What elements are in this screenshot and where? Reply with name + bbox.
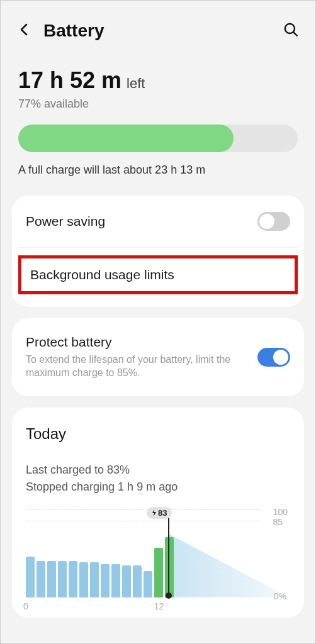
chart-bar <box>111 564 120 597</box>
protect-battery-text: Protect battery To extend the lifespan o… <box>26 335 234 380</box>
chart-bar <box>69 561 77 597</box>
today-title: Today <box>26 425 290 443</box>
chart-bar <box>154 548 163 597</box>
battery-summary: 17 h 52 m left 77% available A full char… <box>12 55 304 196</box>
header-left: Battery <box>17 21 104 41</box>
background-usage-limits-label: Background usage limits <box>30 267 174 282</box>
protect-battery-label: Protect battery <box>26 335 234 350</box>
charge-badge: 83 <box>147 507 172 519</box>
time-value: 17 h 52 m <box>18 67 121 94</box>
time-suffix: left <box>127 75 145 92</box>
chart-bar <box>165 537 174 597</box>
y-label-85: 85 <box>273 517 283 527</box>
chart-bar <box>144 571 152 597</box>
charge-badge-value: 83 <box>158 508 167 518</box>
protect-battery-desc: To extend the lifespan of your battery, … <box>26 353 234 380</box>
x-label-0: 0 <box>23 601 28 611</box>
power-saving-toggle[interactable] <box>257 212 290 231</box>
projection-area <box>169 535 289 597</box>
power-saving-row[interactable]: Power saving <box>12 196 304 247</box>
toggle-knob <box>259 214 274 229</box>
chart-bar <box>58 561 67 597</box>
protect-battery-toggle[interactable] <box>257 348 290 367</box>
y-label-100: 100 <box>273 507 288 517</box>
current-time-line <box>168 517 169 597</box>
battery-progress-fill <box>18 125 234 152</box>
highlight-box: Background usage limits <box>18 255 298 294</box>
back-icon[interactable] <box>17 22 32 40</box>
toggle-knob <box>273 350 288 365</box>
power-saving-label: Power saving <box>26 214 105 229</box>
x-label-12: 12 <box>154 601 164 611</box>
chart-bar <box>37 561 45 597</box>
chart-bar <box>26 557 35 597</box>
protect-card: Protect battery To extend the lifespan o… <box>12 318 304 396</box>
today-card: Today Last charged to 83% Stopped chargi… <box>12 408 304 618</box>
svg-line-1 <box>293 32 296 35</box>
x-axis-labels: 0 12 <box>26 601 290 611</box>
battery-progress-track <box>18 125 298 152</box>
percent-available: 77% available <box>18 97 298 111</box>
power-card: Power saving Background usage limits <box>12 196 304 307</box>
page-title: Battery <box>43 21 104 41</box>
search-icon[interactable] <box>283 21 299 40</box>
header: Battery <box>12 12 304 55</box>
chart-bar <box>101 564 110 597</box>
full-charge-estimate: A full charge will last about 23 h 13 m <box>18 164 298 177</box>
chart-bar <box>133 565 142 597</box>
chart-bar <box>122 565 131 597</box>
last-charged-text: Last charged to 83% <box>26 462 290 479</box>
chart-bar <box>79 562 88 597</box>
chart-bar <box>90 562 99 597</box>
chart-bar <box>47 561 56 597</box>
stopped-charging-text: Stopped charging 1 h 9 m ago <box>26 479 290 496</box>
background-usage-limits-row[interactable]: Background usage limits <box>12 248 304 307</box>
today-info: Last charged to 83% Stopped charging 1 h… <box>26 462 290 496</box>
time-remaining: 17 h 52 m left <box>18 67 298 94</box>
protect-battery-row[interactable]: Protect battery To extend the lifespan o… <box>12 318 304 396</box>
battery-chart[interactable]: 83 100 85 0% <box>26 509 290 597</box>
